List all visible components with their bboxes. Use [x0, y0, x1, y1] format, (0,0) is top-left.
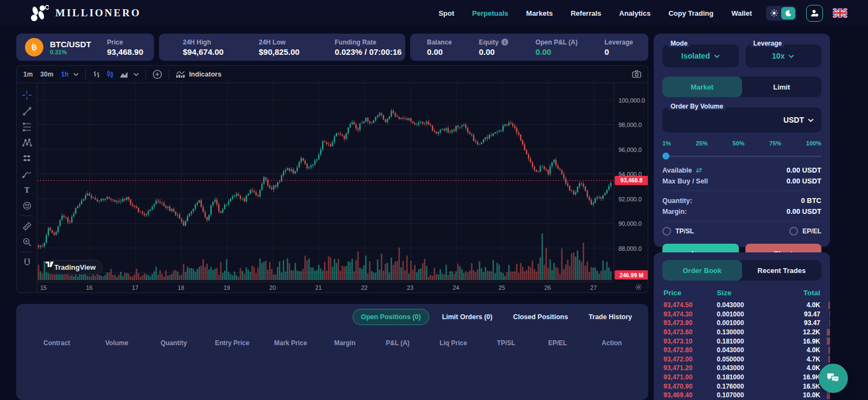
- nav-item-analytics[interactable]: Analytics: [619, 9, 650, 17]
- percent-mark-1[interactable]: 1%: [662, 140, 671, 147]
- plus-circle-icon[interactable]: [152, 69, 162, 79]
- info-icon[interactable]: i: [501, 39, 508, 46]
- epel-radio[interactable]: [789, 227, 798, 236]
- price-chart[interactable]: [37, 83, 614, 282]
- order-calc-rows: Quantity:0 BTCMargin:0.00 USDT: [662, 196, 821, 215]
- axis-gear-icon[interactable]: [635, 283, 642, 291]
- camera-icon[interactable]: [632, 70, 641, 78]
- epel-label: EP/EL: [802, 227, 821, 235]
- chevron-down-icon[interactable]: [73, 73, 79, 76]
- ask-size: 0.043000: [717, 346, 776, 354]
- area-chart-icon[interactable]: [119, 71, 129, 78]
- magnet-icon[interactable]: [19, 255, 35, 270]
- positions-tab-trade-history[interactable]: Trade History: [581, 309, 640, 325]
- brush-icon[interactable]: [19, 166, 35, 182]
- pair-card[interactable]: B BTC/USDT 0.31% Price 93,468.90: [16, 34, 154, 61]
- time-axis-label: 25: [499, 284, 505, 291]
- positions-column-action: Action: [584, 339, 640, 347]
- account-label: Open P&L (A): [535, 38, 578, 47]
- depth-bar: [827, 392, 830, 399]
- nav-item-copy-trading[interactable]: Copy Trading: [668, 9, 713, 17]
- percent-mark-50[interactable]: 50%: [732, 140, 744, 147]
- nav-item-referrals[interactable]: Referrals: [571, 9, 601, 17]
- order-book-row[interactable]: 93,473.100.18100016.9K: [662, 336, 821, 346]
- order-book-row[interactable]: 93,474.300.00100093.47: [662, 310, 821, 319]
- percent-mark-100[interactable]: 100%: [806, 140, 821, 147]
- tool-divider: [21, 252, 33, 252]
- time-axis-label: 18: [178, 284, 184, 291]
- order-type-tab-limit[interactable]: Limit: [742, 77, 822, 97]
- order-book-tab-order-book[interactable]: Order Book: [662, 260, 742, 281]
- chart-plot-area[interactable]: TradingView: [37, 83, 614, 282]
- order-book-row[interactable]: 93,470.900.17600016.5K: [662, 382, 821, 391]
- leverage-select[interactable]: Leverage 10x: [745, 45, 822, 67]
- uk-flag-icon[interactable]: [833, 8, 847, 18]
- order-book-row[interactable]: 93,473.900.00100093.47: [662, 319, 821, 328]
- candles-chart-icon[interactable]: [106, 70, 114, 79]
- indicators-button[interactable]: Indicators: [176, 70, 221, 78]
- long-position-icon[interactable]: [19, 150, 35, 166]
- tpsl-radio[interactable]: [662, 227, 671, 236]
- order-book-row[interactable]: 93,471.000.18100016.9K: [662, 373, 821, 382]
- slider-track[interactable]: [662, 156, 821, 157]
- tpsl-checkbox[interactable]: TP/SL: [662, 227, 694, 236]
- moon-icon[interactable]: [781, 7, 795, 20]
- percent-mark-75[interactable]: 75%: [769, 140, 781, 147]
- ruler-icon[interactable]: [19, 218, 35, 234]
- ask-total: 16.9K: [776, 338, 820, 345]
- nav-item-perpetuals[interactable]: Perpetuals: [472, 9, 508, 17]
- navbar: MILLIONERO SpotPerpetualsMarketsReferral…: [0, 0, 868, 26]
- order-type-tab-market[interactable]: Market: [662, 77, 742, 97]
- order-book-panel: Order BookRecent Trades PriceSizeTotal 9…: [654, 252, 830, 400]
- indicators-icon: [176, 70, 185, 78]
- order-book-row[interactable]: 93,472.800.0430004.0K: [662, 346, 821, 355]
- interval-30m[interactable]: 30m: [40, 71, 53, 78]
- swap-icon[interactable]: [695, 167, 703, 173]
- order-by-volume-field[interactable]: Order By Volume USDT: [662, 107, 821, 132]
- positions-tab-open-positions-0-[interactable]: Open Positions (0): [353, 309, 429, 325]
- order-book-tab-recent-trades[interactable]: Recent Trades: [742, 260, 822, 281]
- order-book-row[interactable]: 93,473.600.13000012.2K: [662, 328, 821, 337]
- positions-tab-limit-orders-0-[interactable]: Limit Orders (0): [435, 309, 500, 325]
- mode-select[interactable]: Mode Isolated: [662, 45, 739, 67]
- text-icon[interactable]: T: [19, 182, 35, 198]
- order-book-row[interactable]: 93,469.400.10700010.0K: [662, 391, 821, 400]
- chevron-down-icon[interactable]: [133, 73, 139, 76]
- trend-line-icon[interactable]: [19, 103, 35, 119]
- brand-logo[interactable]: MILLIONERO: [29, 4, 141, 22]
- tradingview-badge[interactable]: TradingView: [45, 260, 103, 275]
- slider-knob[interactable]: [662, 153, 669, 160]
- order-book-row[interactable]: 93,474.500.0430004.0K: [662, 301, 821, 310]
- theme-toggle[interactable]: [766, 6, 796, 21]
- order-book-row[interactable]: 93,471.200.0430004.0K: [662, 364, 821, 373]
- fib-retracement-icon[interactable]: [19, 119, 35, 135]
- interval-1m[interactable]: 1m: [23, 71, 33, 78]
- svg-text:T: T: [24, 186, 30, 194]
- order-unit-value: USDT: [783, 116, 804, 124]
- interval-1h[interactable]: 1h: [61, 71, 68, 78]
- depth-bar: [829, 320, 831, 327]
- ask-total: 93.47: [776, 310, 820, 318]
- positions-tabs: Open Positions (0)Limit Orders (0)Closed…: [25, 309, 640, 325]
- xabcd-pattern-icon[interactable]: [19, 135, 35, 150]
- crosshair-icon[interactable]: [19, 87, 35, 103]
- sun-icon[interactable]: [767, 7, 781, 20]
- zoom-in-icon[interactable]: [19, 234, 35, 250]
- nav-item-wallet[interactable]: Wallet: [731, 9, 752, 17]
- order-book-row[interactable]: 93,472.000.0500004.7K: [662, 355, 821, 364]
- emoji-icon[interactable]: [19, 198, 35, 213]
- bars-chart-icon[interactable]: [92, 70, 101, 79]
- depth-bar: [828, 302, 830, 309]
- epel-checkbox[interactable]: EP/EL: [789, 227, 821, 236]
- chat-support-button[interactable]: [819, 364, 848, 393]
- user-account-button[interactable]: [806, 5, 823, 22]
- nav-item-spot[interactable]: Spot: [438, 9, 454, 17]
- ask-size: 0.043000: [717, 364, 776, 372]
- percent-mark-25[interactable]: 25%: [696, 140, 708, 147]
- amount-slider[interactable]: [662, 153, 821, 160]
- time-axis[interactable]: 15161718192021222324252627: [37, 282, 614, 293]
- nav-item-markets[interactable]: Markets: [526, 9, 553, 17]
- market-stats-card: 24H High$94,674.0024H Low$90,825.00Fundi…: [159, 34, 405, 61]
- positions-tab-closed-positions[interactable]: Closed Positions: [506, 309, 576, 325]
- price-axis[interactable]: 93,468.8 246.99 M 100,000.098,000.096,00…: [614, 83, 648, 282]
